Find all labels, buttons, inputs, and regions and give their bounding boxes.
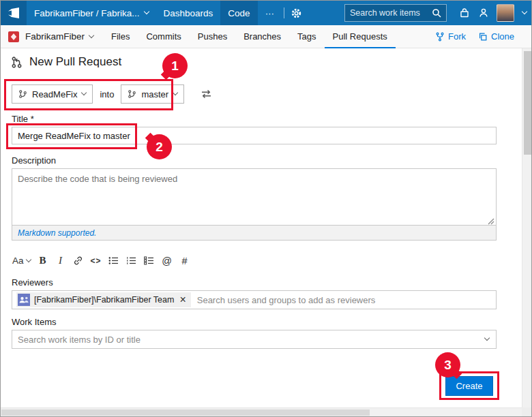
horizontal-scrollbar-thumb[interactable] — [1, 410, 370, 416]
branch-icon — [18, 89, 27, 99]
tab-files[interactable]: Files — [103, 25, 138, 48]
search-input[interactable] — [350, 8, 432, 18]
tab-pull-requests[interactable]: Pull Requests — [325, 25, 396, 48]
markdown-support-bar: Markdown supported. — [12, 226, 497, 241]
description-label: Description — [12, 155, 56, 166]
annotation-step-1: 1 — [162, 53, 188, 78]
link-button[interactable] — [70, 252, 87, 269]
azure-devops-logo[interactable] — [1, 1, 27, 25]
target-branch-dropdown[interactable]: master — [121, 84, 184, 104]
link-icon — [73, 256, 83, 266]
settings-gear-icon[interactable] — [286, 1, 306, 25]
source-branch-label: ReadMeFix — [32, 89, 77, 99]
tab-pushes[interactable]: Pushes — [190, 25, 235, 48]
switch-branches-icon[interactable] — [201, 89, 212, 99]
reviewers-placeholder: Search users and groups to add as review… — [197, 295, 376, 305]
tab-commits[interactable]: Commits — [138, 25, 189, 48]
project-breadcrumb-label: FabrikamFiber / Fabrika... — [34, 8, 140, 18]
remove-reviewer-icon[interactable]: × — [178, 294, 187, 305]
fork-label: Fork — [448, 31, 466, 42]
clone-icon — [478, 32, 488, 42]
azure-devops-window: FabrikamFiber / Fabrika... Dashboards Co… — [0, 0, 532, 417]
tab-tags[interactable]: Tags — [289, 25, 324, 48]
azure-devops-logo-icon — [7, 6, 20, 20]
task-list-button[interactable] — [141, 252, 158, 269]
search-icon[interactable] — [432, 8, 441, 18]
title-label: Title * — [12, 114, 34, 124]
italic-button[interactable]: I — [52, 252, 70, 269]
tab-branches[interactable]: Branches — [235, 25, 289, 48]
clone-label: Clone — [491, 31, 514, 42]
scrollbar-corner — [522, 407, 532, 416]
project-breadcrumb-menu[interactable]: FabrikamFiber / Fabrika... — [27, 1, 156, 25]
repository-name: FabrikamFiber — [25, 31, 85, 42]
project-icon[interactable] — [8, 31, 20, 43]
chevron-down-icon — [81, 90, 87, 95]
work-items-input[interactable] — [18, 335, 485, 345]
vertical-scrollbar[interactable] — [522, 48, 532, 407]
font-style-label: Aa — [12, 256, 24, 266]
bullet-list-button[interactable] — [105, 252, 123, 269]
repository-picker[interactable]: FabrikamFiber — [25, 31, 103, 42]
work-items-input-row[interactable] — [12, 330, 497, 349]
title-input[interactable] — [12, 127, 497, 144]
formatting-toolbar: Aa B I <> — [9, 252, 194, 269]
marketplace-bag-icon[interactable] — [455, 1, 474, 25]
pull-request-icon — [10, 56, 23, 69]
numbered-list-icon — [126, 256, 136, 265]
annotation-step-3: 3 — [435, 352, 460, 377]
work-items-label: Work Items — [12, 317, 57, 327]
branch-icon — [128, 89, 136, 99]
code-hub-navigation: FabrikamFiber Files Commits Pushes Branc… — [1, 25, 531, 48]
work-item-link-button[interactable]: # — [176, 252, 194, 269]
numbered-list-button[interactable] — [123, 252, 141, 269]
fork-icon — [435, 32, 445, 42]
chevron-down-icon — [89, 32, 94, 37]
branch-selector-row: ReadMeFix into master — [12, 84, 212, 104]
markdown-supported-link[interactable]: Markdown supported. — [18, 228, 96, 238]
create-button[interactable]: Create — [445, 376, 493, 396]
page-title-text: New Pull Request — [29, 55, 121, 69]
top-navigation-bar: FabrikamFiber / Fabrika... Dashboards Co… — [1, 1, 531, 25]
code-snippet-button[interactable]: <> — [87, 252, 105, 269]
chevron-down-icon — [143, 9, 149, 14]
into-label: into — [100, 89, 114, 99]
clone-action[interactable]: Clone — [472, 31, 520, 42]
fork-action[interactable]: Fork — [429, 31, 472, 42]
chevron-down-icon — [25, 256, 31, 262]
reviewers-input[interactable]: [FabrikamFiber]\FabrikamFiber Team × Sea… — [12, 290, 497, 309]
reviewer-chip-label: [FabrikamFiber]\FabrikamFiber Team — [34, 295, 174, 305]
mention-button[interactable]: @ — [158, 252, 176, 269]
horizontal-scrollbar[interactable] — [1, 407, 522, 416]
bold-button[interactable]: B — [34, 252, 52, 269]
team-avatar — [18, 294, 30, 306]
reviewer-chip[interactable]: [FabrikamFiber]\FabrikamFiber Team × — [16, 292, 191, 307]
chevron-down-icon — [173, 90, 178, 95]
target-branch-label: master — [141, 89, 168, 99]
user-avatar[interactable] — [497, 4, 514, 22]
reviewers-label: Reviewers — [12, 277, 53, 288]
vertical-scrollbar-thumb[interactable] — [524, 51, 531, 155]
task-list-icon — [144, 256, 154, 265]
bullet-list-icon — [108, 256, 119, 265]
work-item-search-box[interactable] — [344, 4, 447, 22]
feedback-icon[interactable] — [474, 1, 493, 25]
more-menu[interactable]: ··· — [258, 1, 282, 25]
menu-dashboards[interactable]: Dashboards — [156, 1, 221, 25]
menu-code[interactable]: Code — [220, 1, 257, 25]
chevron-down-icon[interactable] — [484, 335, 490, 341]
topbar-separator — [284, 7, 284, 18]
font-style-button[interactable]: Aa — [9, 252, 34, 269]
profile-chevron-icon[interactable] — [518, 1, 531, 25]
description-textarea[interactable] — [12, 168, 497, 226]
source-branch-dropdown[interactable]: ReadMeFix — [12, 84, 93, 104]
page-title: New Pull Request — [10, 55, 121, 69]
